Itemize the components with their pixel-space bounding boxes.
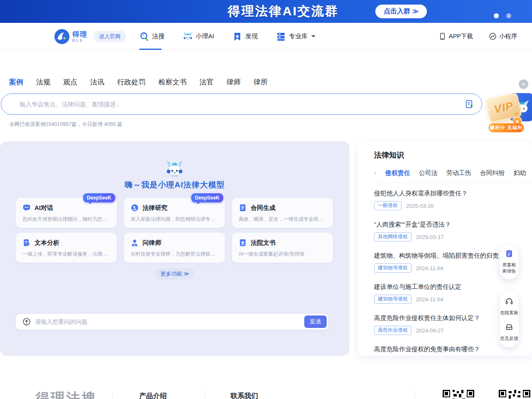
tab-admin-penalty[interactable]: 行政处罚 (117, 77, 145, 87)
send-button[interactable]: 发送 (304, 315, 327, 328)
search-category-tabs: 案例 法规 观点 法讯 行政处罚 检察文书 法官 律师 律所 (9, 77, 268, 87)
nav-item-fasou[interactable]: 法搜 (139, 23, 165, 50)
nav-item-library[interactable]: 专业库 (276, 23, 315, 50)
qr-code (443, 390, 474, 399)
article-date: 2024-09-27 (416, 328, 444, 334)
kn-tab-company-law[interactable]: 公司法 (419, 169, 438, 177)
knowledge-title: 法律知识 (374, 150, 532, 160)
feature-cards: DeepSeeK AI对话 您的全天候智能法律顾问，随时为您解答... Deep… (16, 198, 333, 263)
clipboard-icon (505, 249, 513, 258)
article-tag: 高危作业侵权 (374, 326, 411, 335)
article-tag: 建筑物等侵权 (374, 295, 411, 304)
footer-link-contact[interactable]: 联系我们 (231, 392, 258, 399)
mini-program-icon (489, 32, 497, 40)
tab-law-firms[interactable]: 律所 (254, 77, 268, 87)
nav-item-xiaoli-ai[interactable]: 小理AI (183, 23, 214, 50)
online-service-button[interactable]: 在线客服 (500, 297, 519, 316)
mascot-icon (183, 32, 193, 42)
more-features-link[interactable]: 更多功能 ≫ (155, 268, 195, 280)
carousel-dot[interactable] (506, 13, 511, 18)
article-tag: 一般侵权 (374, 201, 401, 210)
ask-question-bar: 发送 (16, 314, 328, 330)
mini-program-label: 小程序 (499, 32, 517, 40)
qr-code (499, 390, 530, 399)
contract-icon (239, 204, 247, 212)
article-date: 2024-11-04 (416, 296, 443, 303)
article-date: 2024-11-04 (416, 265, 443, 271)
tab-opinions[interactable]: 观点 (63, 77, 77, 87)
upload-circle-icon[interactable] (22, 318, 31, 326)
logo-text: 得理 DLS (72, 31, 87, 42)
card-court-documents[interactable]: 法院文书 AI一键生成要素起诉状/答辩状 (232, 233, 333, 263)
deepseek-badge: DeepSeeK (83, 193, 115, 202)
app-download-link[interactable]: APP下载 (438, 23, 473, 50)
official-site-button[interactable]: 进入官网 (93, 31, 126, 42)
kn-tab-labor[interactable]: 劳动工伤 (446, 169, 471, 177)
divider (112, 389, 113, 399)
nav-label: 法搜 (152, 32, 165, 40)
question-input[interactable] (35, 318, 304, 325)
similar-case-report-button[interactable]: 类案检索报告 (500, 244, 519, 279)
article-item[interactable]: 侵犯他人人身权需承担哪些责任？ 一般侵权 2025-03-20 (374, 184, 532, 215)
feedback-label: 意见反馈 (500, 335, 518, 342)
article-item[interactable]: “人肉搜索”“开盒”是否违法？ 其他网络侵权 2025-03-17 (374, 215, 532, 246)
close-icon[interactable]: × (519, 79, 528, 89)
gavel-icon (131, 204, 139, 212)
primary-nav: 法搜 小理AI 发现 (139, 23, 315, 50)
carousel-dot-active[interactable] (494, 13, 499, 18)
corpus-stats: 全网已收录案例154010957篇，今日新增 4055 篇 (9, 121, 122, 128)
headset-icon (505, 297, 513, 305)
tab-procuratorial-docs[interactable]: 检察文书 (158, 77, 187, 87)
card-text-analysis[interactable]: 文本分析 一键上传，即享专业解读服务，法律文书... (16, 233, 117, 263)
join-group-button[interactable]: 点击入群 ≫ (375, 5, 427, 18)
chevron-left-icon[interactable]: ‹ (374, 169, 377, 177)
carousel-dots (494, 13, 511, 18)
card-contract-generation[interactable]: 合同生成 高效、精准、安全，一键生成专业级合同... (232, 198, 333, 228)
article-tag: 其他网络侵权 (374, 232, 411, 241)
document-pen-icon (22, 239, 31, 247)
vip-label: VIP (493, 99, 515, 116)
page-footer: 得理法搜 产品介绍 联系我们 (0, 374, 532, 399)
search-input[interactable] (20, 101, 465, 108)
mini-program-link[interactable]: 小程序 (489, 23, 517, 50)
tab-lawyers[interactable]: 律师 (227, 77, 241, 87)
search-icon (139, 32, 149, 42)
card-ai-chat[interactable]: DeepSeeK AI对话 您的全天候智能法律顾问，随时为您解答... (16, 198, 117, 228)
article-tag: 建筑物等侵权 (374, 264, 411, 273)
knowledge-tabs: ‹ 侵权责任 公司法 劳动工伤 合同纠纷 妇幼 (374, 169, 532, 177)
nav-label: 专业库 (289, 32, 308, 40)
court-document-icon (239, 239, 247, 247)
tab-judges[interactable]: 法官 (200, 77, 214, 87)
card-legal-research[interactable]: DeepSeeK 法律研究 深入探索法律问题，助您精研法律专业，... (124, 198, 225, 228)
tab-legal-news[interactable]: 法讯 (90, 77, 104, 87)
support-widget: 在线客服 意见反馈 (500, 291, 519, 347)
vip-promo[interactable]: VIP ★ ★ 赚积分 兑福利 (484, 91, 532, 134)
assistant-greeting: 嗨～我是小理AI法律大模型 (0, 180, 350, 190)
tab-cases[interactable]: 案例 (9, 77, 23, 87)
article-date: 2025-03-20 (406, 203, 434, 209)
bookmark-star-icon (232, 32, 242, 42)
card-ask-lawyer[interactable]: 问律师 实时连接专业律师，为您解答法律疑问。 (124, 233, 225, 263)
nav-item-discover[interactable]: 发现 (232, 23, 258, 50)
article-date: 2025-03-17 (416, 234, 444, 240)
divider (204, 389, 205, 399)
kn-tab-contract-dispute[interactable]: 合同纠纷 (480, 169, 505, 177)
upload-document-icon[interactable] (465, 99, 474, 109)
feedback-button[interactable]: 意见反馈 (500, 323, 519, 342)
online-service-label: 在线客服 (500, 310, 518, 316)
chat-icon (22, 204, 31, 212)
main-header: 得理 DLS 进入官网 法搜 (0, 23, 532, 50)
app-download-label: APP下载 (449, 32, 473, 40)
header-utility-nav: APP下载 小程序 登录 (438, 23, 532, 50)
footer-link-products[interactable]: 产品介绍 (139, 392, 167, 399)
chevron-down-icon (311, 35, 315, 39)
tab-regulations[interactable]: 法规 (36, 77, 50, 87)
kn-tab-tort[interactable]: 侵权责任 (385, 169, 410, 177)
earn-points-button[interactable]: 赚积分 兑福利 (488, 123, 524, 133)
kn-tab-women-children[interactable]: 妇幼 (514, 169, 526, 177)
promo-banner: 得理法律AI交流群 点击入群 ≫ (0, 0, 532, 23)
lawyer-person-icon (131, 239, 139, 247)
deepseek-badge: DeepSeeK (191, 193, 223, 202)
mascot-icon (165, 160, 184, 178)
case-search-bar (1, 94, 482, 115)
